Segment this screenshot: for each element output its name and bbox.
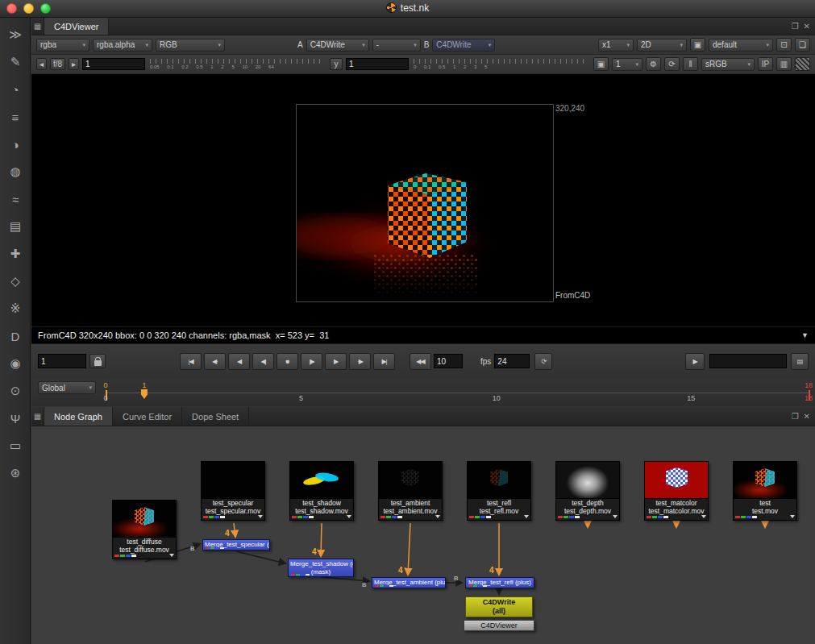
aperture-button[interactable]: f/8 xyxy=(50,58,65,70)
channel-chips xyxy=(556,515,619,520)
node-c4dviewer[interactable]: C4DViewer xyxy=(464,620,534,631)
gamma-input[interactable] xyxy=(346,58,409,70)
close-panel-icon[interactable]: ✕ xyxy=(804,412,810,421)
node-merge-test-shadow[interactable]: Merge_test_shadow (over) (mask) xyxy=(288,559,354,577)
node-test-refl[interactable]: test_refl test_refl.mov xyxy=(467,461,531,521)
sidebar-item-channel[interactable]: ≡ xyxy=(0,103,31,131)
display-channel-select[interactable]: RGB▾ xyxy=(156,39,225,52)
sidebar-item-toolsets[interactable]: Ψ xyxy=(0,405,31,432)
node-merge-test-ambient[interactable]: Merge_test_ambient (plus) xyxy=(372,577,446,588)
proxy-toggle-button[interactable]: ▣ xyxy=(593,57,609,71)
timeline-ruler[interactable]: 0 1 18 0 5 10 15 18 xyxy=(106,381,809,404)
step-forward-button[interactable]: |▶ xyxy=(301,353,322,370)
channels-select[interactable]: rgba▾ xyxy=(36,39,89,52)
sidebar-item-other[interactable]: ⊛ xyxy=(0,459,31,487)
sidebar-item-image[interactable]: ≫ xyxy=(0,21,31,48)
view-mode-select[interactable]: 2D▾ xyxy=(637,39,687,52)
play-forward-button[interactable]: ▶ xyxy=(325,353,347,370)
stereo-view-select[interactable]: default▾ xyxy=(709,39,773,52)
node-test-depth[interactable]: test_depth test_depth.mov xyxy=(555,461,620,521)
tab-curve-editor[interactable]: Curve Editor xyxy=(113,407,182,426)
sidebar-item-deep[interactable]: D xyxy=(0,322,31,350)
stop-button[interactable]: ■ xyxy=(277,353,298,370)
goto-end-button[interactable]: ▶| xyxy=(373,353,395,370)
checkerboard-button[interactable] xyxy=(795,57,810,71)
flipbook-button[interactable]: ▶ xyxy=(685,353,705,370)
gamma-slider[interactable]: 0 0.1 0.5 1 2 3 5 xyxy=(414,56,588,73)
b-input-select[interactable]: C4DWrite▾ xyxy=(432,39,495,52)
float-panel-icon[interactable]: ❐ xyxy=(792,412,799,421)
lut-select[interactable]: sRGB▾ xyxy=(701,58,755,71)
next-keyframe-icon: ·▶ xyxy=(357,358,363,365)
tab-dope-sheet[interactable]: Dope Sheet xyxy=(182,407,249,426)
frame-range-mode-select[interactable]: Global▾ xyxy=(38,381,96,394)
tab-node-graph[interactable]: Node Graph xyxy=(44,407,113,426)
node-expand-arrow-icon xyxy=(790,515,795,518)
downrez-select[interactable]: 1▾ xyxy=(612,58,642,71)
fps-input[interactable] xyxy=(494,354,530,368)
play-backward-button[interactable]: ◀ xyxy=(228,353,250,370)
close-panel-icon[interactable]: ✕ xyxy=(804,22,810,31)
sidebar-item-3d[interactable]: ◇ xyxy=(0,268,31,295)
sidebar-item-filter[interactable]: ◍ xyxy=(0,158,31,185)
a-input-select[interactable]: C4DWrite▾ xyxy=(306,39,369,52)
frame-increment-input[interactable] xyxy=(434,354,463,368)
node-toolbar: ≫ ✎ ◔ ≡ ◑ ◍ ≈ ▤ ✚ ◇ ※ D ◉ ⊙ Ψ ▭ ⊛ xyxy=(0,18,31,644)
monitor-out-button[interactable]: ▣ xyxy=(690,38,705,52)
pane-menu-icon[interactable]: ▦ xyxy=(31,18,44,35)
node-test-shadow[interactable]: test_shadow test_shadow.mov xyxy=(289,461,354,521)
pane-menu-icon[interactable]: ▦ xyxy=(31,407,44,426)
input-process-button[interactable]: IP xyxy=(758,57,773,71)
cliptest-button[interactable]: ▥ xyxy=(776,57,792,71)
float-panel-icon[interactable]: ❐ xyxy=(792,22,799,31)
node-test-matcolor[interactable]: test_matcolor test_matcolor.mov xyxy=(644,461,709,521)
sidebar-item-views[interactable]: ◉ xyxy=(0,350,31,377)
sidebar-item-color[interactable]: ◑ xyxy=(0,131,31,158)
framing-button[interactable]: ❏ xyxy=(795,38,810,52)
prev-keyframe-button[interactable]: ◀· xyxy=(204,353,226,370)
current-frame-input[interactable] xyxy=(38,354,86,368)
node-merge-test-refl[interactable]: Merge_test_refl (plus) xyxy=(465,577,534,588)
cache-progress-field[interactable] xyxy=(709,354,787,368)
pause-button[interactable]: ‖ xyxy=(683,57,698,71)
tab-c4dviewer[interactable]: C4DViewer xyxy=(44,18,109,35)
node-test-ambient[interactable]: test_ambient test_ambient.mov xyxy=(378,461,443,521)
sidebar-item-keyer[interactable]: ≈ xyxy=(0,185,31,213)
gain-slider[interactable]: 0.05 0.1 0.2 0.5 1 2 5 10 20 64 xyxy=(150,56,325,73)
frame-jump-button[interactable]: ◀◀ xyxy=(410,353,431,370)
sidebar-item-draw[interactable]: ✎ xyxy=(0,48,31,76)
zoom-select[interactable]: x1▾ xyxy=(598,39,634,52)
transport-menu-button[interactable]: ▤ xyxy=(791,353,809,370)
sidebar-item-transform[interactable]: ✚ xyxy=(0,240,31,268)
node-test-specular[interactable]: test_specular test_specular.mov xyxy=(201,461,265,521)
roi-button[interactable]: ⊡ xyxy=(776,38,792,52)
loop-mode-button[interactable]: ⟳ xyxy=(534,353,552,370)
viewer-canvas[interactable]: 320,240 FromC4D xyxy=(31,74,815,326)
settings-button[interactable]: ⚙ xyxy=(646,57,661,71)
playhead-marker[interactable] xyxy=(141,389,148,399)
status-menu-icon[interactable]: ▼ xyxy=(801,331,809,339)
alpha-select[interactable]: rgba.alpha▾ xyxy=(93,39,152,52)
nodegraph-canvas[interactable]: 4 4 4 4 B B B test_specular test_specula… xyxy=(31,426,815,644)
wipe-mode-select[interactable]: -▾ xyxy=(372,39,421,52)
sidebar-item-merge[interactable]: ▤ xyxy=(0,213,31,240)
node-test-diffuse[interactable]: test_diffuse test_diffuse.mov xyxy=(112,500,177,559)
gain-prev-button[interactable]: ◂ xyxy=(36,58,47,70)
node-file: test_diffuse.mov xyxy=(113,546,176,554)
gain-input[interactable] xyxy=(82,58,145,70)
next-keyframe-button[interactable]: ·▶ xyxy=(349,353,371,370)
sidebar-item-metadata[interactable]: ⊙ xyxy=(0,377,31,405)
sidebar-item-time[interactable]: ◔ xyxy=(0,76,31,103)
node-merge-test-specular[interactable]: Merge_test_specular (plus) xyxy=(202,539,270,551)
refresh-button[interactable]: ⟳ xyxy=(664,57,680,71)
sidebar-item-particles[interactable]: ※ xyxy=(0,295,31,322)
gear-icon: ⚙ xyxy=(650,60,657,69)
step-backward-button[interactable]: ◀| xyxy=(252,353,274,370)
node-test[interactable]: test test.mov xyxy=(733,461,797,521)
sidebar-item-archive[interactable]: ▭ xyxy=(0,432,31,459)
goto-start-button[interactable]: |◀ xyxy=(180,353,202,370)
gain-next-button[interactable]: ▸ xyxy=(69,58,79,70)
gamma-toggle-button[interactable]: y xyxy=(330,58,343,70)
lock-range-button[interactable] xyxy=(89,354,106,368)
node-c4dwrite[interactable]: C4DWrite (all) xyxy=(465,596,533,617)
